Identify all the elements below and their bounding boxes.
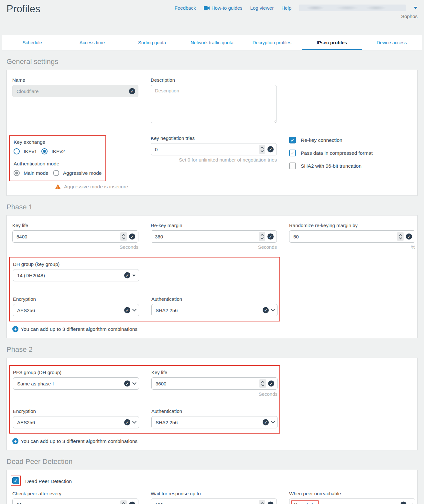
compressed-format-option[interactable]: ✓ Pass data in compressed format	[289, 150, 415, 156]
radio-gray-icon	[53, 170, 59, 176]
p1-key-life-input[interactable]	[13, 231, 138, 242]
valid-check-icon: ✓	[129, 234, 135, 240]
number-stepper[interactable]	[120, 232, 127, 241]
feedback-label: Feedback	[175, 5, 196, 11]
p1-rekey-margin-unit: Seconds	[151, 244, 277, 250]
howto-guides-link[interactable]: How-to guides	[204, 5, 243, 11]
sha2-truncation-label: SHA2 with 96-bit truncation	[301, 163, 362, 169]
number-stepper[interactable]	[259, 145, 265, 154]
p2-key-life-input[interactable]	[152, 378, 277, 389]
radio-ikev2[interactable]: IKEv2	[41, 148, 65, 154]
dpd-wait-wrap: ✓	[151, 499, 277, 504]
tab-decryption-profiles[interactable]: Decryption profiles	[242, 35, 302, 50]
phase1-card: Key life ✓ Seconds Re-key margin ✓ Secon…	[6, 215, 418, 338]
p1-rekey-margin-input[interactable]	[151, 231, 277, 242]
p1-authentication-select[interactable]: SHA2 256 ✓	[151, 304, 277, 316]
chevron-down-icon[interactable]	[414, 7, 418, 9]
number-stepper[interactable]	[259, 500, 265, 504]
add-plus-icon[interactable]: +	[12, 326, 18, 332]
p2-add-combination[interactable]: + You can add up to 3 different algorith…	[12, 438, 412, 444]
key-negotiation-field-wrap: ✓	[151, 143, 277, 155]
dpd-wait-input[interactable]	[151, 499, 277, 504]
name-input[interactable]	[13, 85, 138, 97]
tab-network-traffic-quota[interactable]: Network traffic quota	[182, 35, 242, 50]
p2-encryption-select[interactable]: AES256 ✓	[13, 416, 139, 428]
valid-check-icon: ✓	[263, 419, 269, 425]
general-settings-heading: General settings	[6, 58, 424, 66]
tab-access-time[interactable]: Access time	[62, 35, 122, 50]
p2-key-life-wrap: ✓	[151, 377, 277, 390]
p2-authentication-value: SHA2 256	[152, 420, 178, 425]
tab-device-access[interactable]: Device access	[362, 35, 422, 50]
phase1-heading: Phase 1	[6, 203, 424, 211]
dpd-check-peer-label: Check peer after every	[12, 491, 138, 496]
dpd-enable-label: Dead Peer Detection	[25, 478, 72, 484]
dpd-enable-checkbox[interactable]: ✓	[12, 477, 19, 484]
checkbox-checked-icon[interactable]: ✓	[289, 137, 296, 143]
chevron-down-icon	[271, 307, 275, 311]
aggressive-mode-warning: Aggressive mode is insecure	[64, 184, 128, 190]
add-plus-icon[interactable]: +	[12, 438, 18, 444]
auth-mode-label: Authentication mode	[14, 161, 102, 167]
checkbox-unchecked-icon[interactable]: ✓	[289, 150, 296, 156]
p1-randomize-input[interactable]	[289, 231, 415, 242]
radio-selected-icon	[41, 148, 48, 154]
key-negotiation-label: Key negotiation tries	[151, 135, 277, 141]
radio-main-mode[interactable]: Main mode	[14, 170, 49, 176]
valid-check-icon: ✓	[124, 307, 130, 313]
valid-check-icon: ✓	[263, 307, 269, 313]
number-stepper[interactable]	[120, 500, 127, 504]
p1-dh-group-label: DH group (key group)	[13, 261, 139, 267]
aggressive-mode-label: Aggressive mode	[63, 170, 102, 176]
rekey-connection-label: Re-key connection	[301, 137, 342, 143]
checkbox-disabled-icon[interactable]	[289, 163, 296, 169]
account-selector-blurred[interactable]	[299, 5, 406, 11]
dpd-check-peer-input[interactable]	[13, 499, 138, 504]
general-settings-card: Name ✓ Description Key exchange IKEv1	[6, 70, 418, 196]
radio-icon	[14, 148, 20, 154]
p2-authentication-select[interactable]: SHA2 256 ✓	[151, 416, 277, 428]
tab-surfing-quota[interactable]: Surfing quota	[122, 35, 182, 50]
sha2-truncation-option[interactable]: SHA2 with 96-bit truncation	[289, 163, 415, 169]
chevron-down-icon	[132, 381, 136, 385]
p1-algorithms-highlight: DH group (key group) 14 (DH2048) ✓ Encry…	[9, 257, 280, 321]
radio-aggressive-mode[interactable]: Aggressive mode	[53, 170, 102, 176]
name-label: Name	[12, 77, 138, 83]
p1-randomize-label: Randomize re-keying margin by	[289, 223, 415, 228]
p2-pfs-group-select[interactable]: Same as phase-I ✓	[13, 377, 139, 390]
p2-algorithms-highlight: PFS group (DH group) Same as phase-I ✓ K…	[9, 365, 280, 434]
radio-ikev1[interactable]: IKEv1	[14, 148, 37, 154]
p1-encryption-select[interactable]: AES256 ✓	[13, 304, 139, 316]
name-field-wrap: ✓	[12, 85, 138, 97]
description-textarea[interactable]	[151, 85, 277, 123]
valid-check-icon: ✓	[267, 234, 274, 240]
reinitiate-highlight: Re-initiate	[291, 500, 319, 504]
p2-encryption-value: AES256	[13, 420, 35, 425]
tab-schedule[interactable]: Schedule	[2, 35, 62, 50]
valid-check-icon: ✓	[129, 88, 135, 94]
number-stepper[interactable]	[397, 232, 404, 241]
p1-dh-group-select[interactable]: 14 (DH2048) ✓	[13, 269, 139, 281]
help-label: Help	[281, 5, 291, 11]
p1-randomize-wrap: ✓	[289, 230, 415, 243]
dpd-unreachable-select[interactable]: Re-initiate ✓	[289, 499, 415, 504]
p1-add-combination[interactable]: + You can add up to 3 different algorith…	[12, 326, 412, 332]
help-link[interactable]: Help	[281, 5, 291, 11]
p1-encryption-label: Encryption	[13, 296, 139, 302]
chevron-down-icon	[132, 419, 136, 424]
log-viewer-link[interactable]: Log viewer	[250, 5, 274, 11]
brand-label: Sophos	[401, 14, 418, 19]
rekey-connection-option[interactable]: ✓ Re-key connection	[289, 137, 415, 143]
number-stepper[interactable]	[259, 379, 266, 388]
phase2-card: PFS group (DH group) Same as phase-I ✓ K…	[6, 358, 418, 450]
tab-ipsec-profiles[interactable]: IPsec profiles	[302, 35, 362, 50]
valid-check-icon: ✓	[267, 146, 274, 152]
page-header: Profiles Feedback How-to guides Log view…	[0, 0, 424, 35]
chevron-down-icon	[408, 502, 413, 504]
dpd-wait-label: Wait for response up to	[151, 491, 277, 496]
feedback-link[interactable]: Feedback	[175, 5, 196, 11]
top-navigation: Feedback How-to guides Log viewer Help	[175, 5, 418, 11]
number-stepper[interactable]	[259, 232, 265, 241]
dpd-heading: Dead Peer Detection	[6, 457, 424, 466]
key-negotiation-input[interactable]	[151, 143, 277, 155]
